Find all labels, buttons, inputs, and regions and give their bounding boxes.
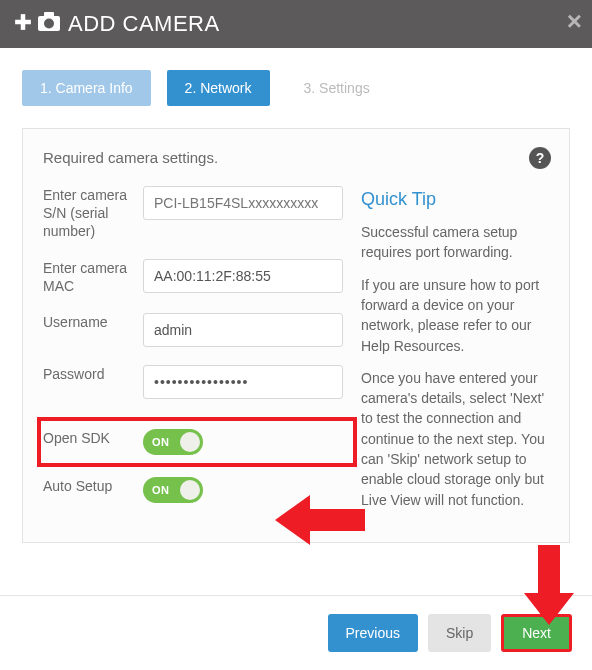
toggle-auto-setup[interactable]: ON [143,477,203,503]
input-sn[interactable] [143,186,343,220]
svg-point-4 [44,19,54,29]
help-icon[interactable]: ? [529,147,551,169]
svg-rect-1 [15,20,31,25]
previous-button[interactable]: Previous [328,614,418,652]
camera-icon [36,12,62,36]
tab-settings: 3. Settings [286,70,388,106]
tab-network[interactable]: 2. Network [167,70,270,106]
svg-marker-6 [524,545,574,625]
toggle-auto-setup-state: ON [152,484,170,496]
annotation-arrow-left [275,495,365,545]
toggle-open-sdk-state: ON [152,436,170,448]
annotation-arrow-down [524,545,574,625]
tab-camera-info[interactable]: 1. Camera Info [22,70,151,106]
input-username[interactable] [143,313,343,347]
input-mac[interactable] [143,259,343,293]
close-icon[interactable]: × [567,6,582,37]
label-auto-setup: Auto Setup [43,477,143,495]
quick-tip-p1: Successful camera setup requires port fo… [361,222,549,263]
quick-tip-title: Quick Tip [361,186,549,212]
highlight-open-sdk: Open SDK ON [37,417,357,467]
svg-marker-5 [275,495,365,545]
skip-button[interactable]: Skip [428,614,491,652]
modal-title: ADD CAMERA [68,11,220,37]
label-sn: Enter camera S/N (serial number) [43,186,143,241]
quick-tip-p2: If you are unsure how to port forward a … [361,275,549,356]
toggle-open-sdk[interactable]: ON [143,429,203,455]
panel-title: Required camera settings. [43,149,549,166]
label-password: Password [43,365,143,383]
plus-icon [14,13,32,35]
label-mac: Enter camera MAC [43,259,143,295]
input-password[interactable] [143,365,343,399]
label-username: Username [43,313,143,331]
svg-rect-3 [44,12,54,17]
label-open-sdk: Open SDK [43,429,143,447]
quick-tip-p3: Once you have entered your camera's deta… [361,368,549,510]
